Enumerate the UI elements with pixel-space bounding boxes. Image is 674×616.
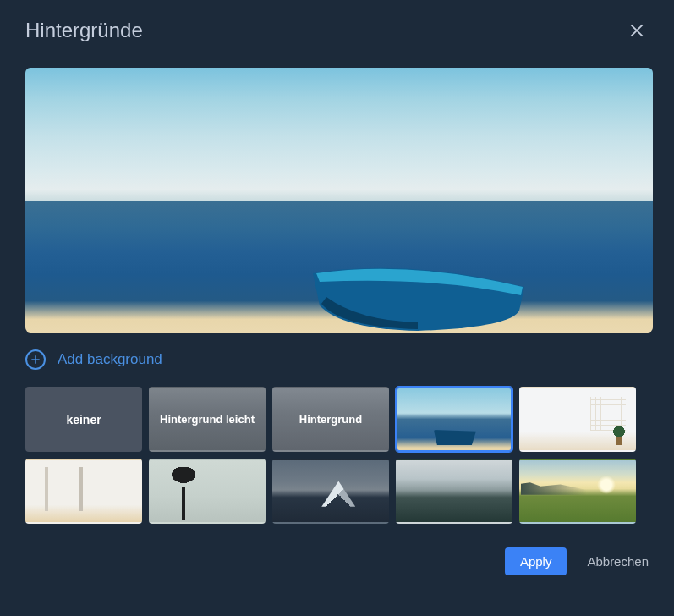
bg-option-white-room[interactable] — [519, 387, 636, 452]
bg-option-label: Hintergrund leicht — [160, 413, 255, 426]
add-background-button[interactable]: Add background — [25, 349, 649, 370]
background-preview — [25, 68, 653, 333]
bg-option-label: Hintergrund — [299, 413, 362, 426]
add-background-label: Add background — [58, 351, 162, 368]
bg-option-empty-room[interactable] — [25, 459, 142, 524]
bg-option-label: keiner — [66, 413, 101, 426]
bg-option-forest-fog[interactable] — [396, 459, 512, 524]
bg-option-lamp-room[interactable] — [149, 459, 266, 524]
bg-option-none[interactable]: keiner — [25, 387, 142, 452]
bg-option-mountains[interactable] — [272, 459, 389, 524]
background-grid: keiner Hintergrund leicht Hintergrund — [25, 387, 649, 524]
apply-button[interactable]: Apply — [505, 547, 567, 575]
plus-circle-icon — [25, 349, 46, 370]
boat-illustration — [308, 261, 528, 333]
bg-option-beach[interactable] — [396, 387, 512, 452]
cancel-button[interactable]: Abbrechen — [587, 554, 649, 569]
bg-option-blur[interactable]: Hintergrund — [272, 387, 389, 452]
boat-icon — [434, 430, 476, 445]
bg-option-sunrise-field[interactable] — [519, 459, 636, 524]
bg-option-light-blur[interactable]: Hintergrund leicht — [149, 387, 266, 452]
close-icon[interactable] — [625, 19, 649, 42]
dialog-title: Hintergründe — [25, 19, 143, 42]
